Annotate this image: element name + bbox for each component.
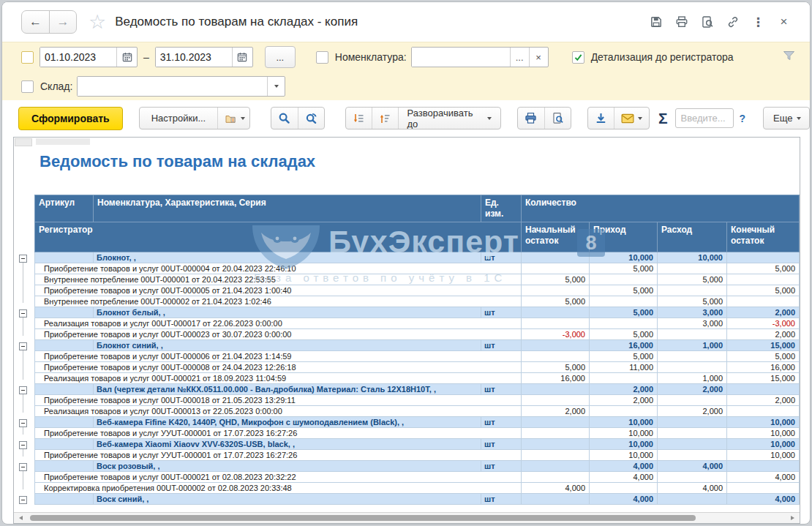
unit-cell[interactable]: шт xyxy=(481,439,522,450)
nomenclature-choose-button[interactable]: ... xyxy=(510,48,529,67)
artikul-cell[interactable] xyxy=(35,307,94,318)
back-button[interactable]: ← xyxy=(22,11,49,33)
quantity-cell[interactable]: 3,000 xyxy=(658,318,727,329)
quantity-cell[interactable]: 5,000 xyxy=(727,351,800,362)
warehouse-dropdown-button[interactable] xyxy=(267,77,285,96)
quantity-cell[interactable] xyxy=(658,395,727,406)
quantity-cell[interactable] xyxy=(658,329,727,340)
collapse-group-button[interactable] xyxy=(19,463,27,471)
help-link[interactable]: ? xyxy=(740,113,746,124)
quantity-cell[interactable] xyxy=(590,373,658,384)
favorite-star-icon[interactable]: ☆ xyxy=(89,12,106,32)
quantity-cell[interactable]: 2,000 xyxy=(727,395,800,406)
quantity-cell[interactable]: 16,000 xyxy=(590,340,658,351)
report-row-detail[interactable]: Приобретение товаров и услуг 00UT-000005… xyxy=(35,285,800,296)
quantity-cell[interactable] xyxy=(658,263,727,274)
preview-icon[interactable] xyxy=(694,11,720,33)
quantity-cell[interactable] xyxy=(727,461,800,472)
send-mail-button[interactable] xyxy=(614,108,649,129)
nomenclature-cell[interactable]: Блокнот синий, , xyxy=(94,340,481,351)
warehouse-checkbox[interactable] xyxy=(21,80,34,93)
quantity-cell[interactable]: 5,000 xyxy=(590,307,658,318)
report-row-detail[interactable]: Приобретение товаров и услуг 00UT-000018… xyxy=(35,395,800,406)
unit-cell[interactable]: шт xyxy=(481,307,522,318)
unit-cell[interactable]: шт xyxy=(481,384,522,395)
detail-checkbox[interactable] xyxy=(572,51,584,64)
registrar-cell[interactable]: Приобретение товаров и услуг 00UT-000004… xyxy=(35,263,522,274)
quantity-cell[interactable] xyxy=(522,428,590,439)
quantity-cell[interactable]: 4,000 xyxy=(727,494,800,505)
save-report-button[interactable] xyxy=(588,108,614,129)
quantity-cell[interactable] xyxy=(727,384,800,395)
report-row-detail[interactable]: Приобретение товаров и услуг 00UT-000023… xyxy=(35,329,800,340)
quantity-cell[interactable]: 11,000 xyxy=(590,362,658,373)
quantity-cell[interactable]: 16,000 xyxy=(522,373,590,384)
nomenclature-cell[interactable]: Воск синий, , xyxy=(94,494,481,505)
report-row-detail[interactable]: Внутреннее потребление 00UT-000002 от 21… xyxy=(35,296,800,307)
quantity-cell[interactable] xyxy=(522,318,590,329)
quantity-cell[interactable] xyxy=(727,406,800,417)
calendar-icon[interactable] xyxy=(232,48,252,67)
quantity-cell[interactable]: 15,000 xyxy=(727,373,800,384)
quantity-cell[interactable]: 16,000 xyxy=(727,362,800,373)
report-row-group[interactable]: Воск синий, ,шт4,0004,000 xyxy=(35,494,800,505)
quantity-cell[interactable]: 2,000 xyxy=(658,384,727,395)
quantity-cell[interactable]: 10,000 xyxy=(590,450,658,461)
collapse-group-button[interactable] xyxy=(19,441,27,449)
quantity-cell[interactable] xyxy=(522,417,590,428)
quantity-cell[interactable]: 4,000 xyxy=(590,472,658,483)
quantity-cell[interactable]: 10,000 xyxy=(590,252,658,263)
period-from-input[interactable] xyxy=(40,48,116,67)
quantity-cell[interactable] xyxy=(522,450,590,461)
search-button[interactable] xyxy=(271,108,298,129)
quantity-cell[interactable] xyxy=(522,461,590,472)
artikul-cell[interactable] xyxy=(35,417,94,428)
quantity-cell[interactable] xyxy=(727,252,800,263)
quantity-cell[interactable] xyxy=(522,395,590,406)
quantity-cell[interactable]: 5,000 xyxy=(590,351,658,362)
quantity-cell[interactable]: 5,000 xyxy=(522,362,590,373)
nomenclature-input[interactable] xyxy=(412,48,510,67)
quantity-cell[interactable]: 2,000 xyxy=(590,384,658,395)
registrar-cell[interactable]: Приобретение товаров и услуг 00UT-000023… xyxy=(35,329,522,340)
quantity-cell[interactable]: -3,000 xyxy=(522,329,590,340)
quantity-cell[interactable] xyxy=(590,296,658,307)
report-row-group[interactable]: Блокнот синий, ,шт16,0001,00015,000 xyxy=(35,340,800,351)
report-row-detail[interactable]: Реализация товаров и услуг 00UT-000021 о… xyxy=(35,373,800,384)
collapse-group-button[interactable] xyxy=(19,496,27,504)
report-row-group[interactable]: Вал (чертеж детали №ККХ.0511.00.000 - Ва… xyxy=(35,384,800,395)
quantity-cell[interactable] xyxy=(590,274,658,285)
expand-to-button[interactable]: Разворачивать до xyxy=(398,108,500,129)
quantity-cell[interactable] xyxy=(522,351,590,362)
calendar-icon[interactable] xyxy=(116,48,137,67)
report-row-detail[interactable]: Корректировка приобретения 00UT-000002 о… xyxy=(35,483,800,494)
filter-funnel-icon[interactable] xyxy=(783,50,795,64)
quantity-cell[interactable]: 5,000 xyxy=(727,285,800,296)
registrar-cell[interactable]: Реализация товаров и услуг 00UT-000013 о… xyxy=(35,406,522,417)
quantity-cell[interactable]: 4,000 xyxy=(727,472,800,483)
registrar-cell[interactable]: Реализация товаров и услуг 00UT-000017 о… xyxy=(35,318,522,329)
quantity-cell[interactable] xyxy=(658,285,727,296)
artikul-cell[interactable] xyxy=(35,340,94,351)
report-row-detail[interactable]: Приобретение товаров и услуг 00UT-000006… xyxy=(35,351,800,362)
quantity-cell[interactable] xyxy=(590,318,658,329)
artikul-cell[interactable] xyxy=(35,439,94,450)
expand-rows-button[interactable] xyxy=(346,108,372,129)
quantity-cell[interactable]: 3,000 xyxy=(658,307,727,318)
link-icon[interactable] xyxy=(720,11,745,33)
registrar-cell[interactable]: Реализация товаров и услуг 00UT-000021 о… xyxy=(35,373,522,384)
settings-button[interactable]: Настройки... xyxy=(140,108,218,129)
artikul-cell[interactable] xyxy=(35,461,94,472)
nomenclature-checkbox[interactable] xyxy=(316,51,328,64)
quantity-cell[interactable] xyxy=(727,274,800,285)
registrar-cell[interactable]: Внутреннее потребление 00UT-000001 от 20… xyxy=(35,274,522,285)
quantity-cell[interactable]: 4,000 xyxy=(658,483,727,494)
nomenclature-cell[interactable]: Вал (чертеж детали №ККХ.0511.00.000 - Ва… xyxy=(94,384,481,395)
quantity-cell[interactable]: 5,000 xyxy=(658,296,727,307)
report-row-group[interactable]: Воск розовый, ,шт4,0004,000 xyxy=(35,461,800,472)
quantity-cell[interactable]: 5,000 xyxy=(590,329,658,340)
registrar-cell[interactable]: Приобретение товаров и услуг 00UT-000008… xyxy=(35,362,522,373)
report-row-detail[interactable]: Приобретение товаров и услуг 00UT-000004… xyxy=(35,263,800,274)
nomenclature-cell[interactable]: Воск розовый, , xyxy=(94,461,481,472)
more-actions-button[interactable]: Еще xyxy=(764,108,810,129)
